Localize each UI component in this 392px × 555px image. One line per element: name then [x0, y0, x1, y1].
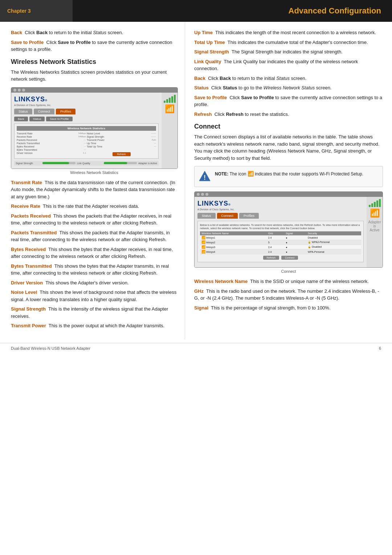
mockup-back-btn[interactable]: Back	[14, 117, 28, 121]
page-footer: Dual-Band Wireless-N USB Network Adapter…	[0, 343, 392, 353]
wireless-network-name-desc: Wireless Network Name This is the SSID o…	[194, 278, 383, 285]
signal-bar-4	[376, 200, 378, 207]
ghz-cell: 2.4	[267, 250, 285, 254]
signal-bar-4	[171, 96, 173, 103]
caution-icon: !	[198, 170, 211, 183]
mockup-refresh-btn[interactable]: Refresh	[113, 152, 131, 156]
titlebar-dot	[13, 89, 16, 92]
receive-rate-desc: Receive Rate This is the rate that the A…	[11, 203, 177, 210]
mockup-right-widget: 📶	[162, 93, 177, 169]
connect-connect-btn[interactable]: Connect	[281, 256, 298, 260]
mockup-titlebar	[11, 88, 177, 93]
connect-tab-profiles[interactable]: Profiles	[239, 213, 259, 219]
table-row[interactable]: 📶 linksys2 5 ● 🔒 WPA2-Personal	[200, 240, 361, 245]
chapter-text: Chapter 3	[7, 8, 31, 14]
signal-bar-2	[166, 99, 168, 103]
table-row[interactable]: 📶 linksys4 2.4 ● WPA-Personal	[200, 250, 361, 254]
signal-bar-1	[369, 205, 371, 207]
mockup-body: LINKSYS® A Division of Cisco Systems, In…	[11, 93, 162, 169]
security-cell: Disabled	[306, 235, 361, 240]
connect-bluetooth-icon: 📶	[370, 208, 380, 218]
mockup-buttons: Back Status Save to Profile	[14, 117, 159, 121]
connect-heading: Connect	[194, 123, 383, 130]
right-back-desc: Back Click Back to return to the initial…	[194, 75, 383, 82]
titlebar-dot	[197, 193, 200, 196]
mockup-stats-grid: Transmit Rate54Mbps Receive Rate54Mbps P…	[17, 132, 156, 156]
chapter-label: Chapter 3	[0, 0, 73, 22]
signal-desc: Signal This is the percentage of signal …	[194, 304, 383, 312]
signal-bar-5	[174, 95, 176, 103]
svg-text:!: !	[204, 174, 206, 181]
security-cell: 🔒 Disabled	[306, 245, 361, 250]
table-header-row: Wireless Network Name GHz Signal Securit…	[200, 231, 361, 235]
stat-row: Driver Version1.1	[17, 152, 86, 154]
bytes-received-desc: Bytes Received This shows the bytes that…	[11, 246, 177, 260]
footer-product-name: Dual-Band Wireless-N USB Network Adapter	[11, 346, 90, 351]
mockup-tabs: Status Connect Profiles	[14, 109, 159, 114]
stat-row: Receive Rate54Mbps	[17, 135, 86, 138]
connect-mockup-titlebar	[195, 192, 383, 197]
signal-bars-widget	[164, 94, 176, 103]
signal-cell: ●	[284, 240, 306, 245]
transmit-power-desc: Transmit Power This is the power output …	[11, 322, 177, 329]
mockup-tab-status[interactable]: Status	[14, 109, 32, 114]
packets-received-desc: Packets Received This shows the packets …	[11, 212, 177, 227]
titlebar-dot	[201, 193, 204, 196]
mockup-save-btn[interactable]: Save to Profile	[46, 117, 72, 121]
main-content: Back Click Back to return to the initial…	[0, 22, 392, 339]
transmit-rate-desc: Transmit Rate This is the data transmiss…	[11, 179, 177, 200]
signal-cell: ●	[284, 235, 306, 240]
wireless-stats-caption: Wireless Network Statistics	[11, 170, 177, 175]
save-to-profile-desc: Save to Profile Click Save to Profile to…	[11, 39, 177, 53]
mockup-inner-title: Wireless Network Statistics	[17, 126, 156, 131]
signal-cell: ●	[284, 250, 306, 254]
mockup-bottom-bar: Signal Strength Link Quality Adapter is …	[14, 161, 159, 166]
security-cell: WPA-Personal	[306, 250, 361, 254]
stat-row: Transmit Rate54Mbps	[17, 132, 86, 135]
stat-row: Packets Transmitted---	[17, 142, 86, 145]
page-header: Chapter 3 Advanced Configuration	[0, 0, 392, 22]
link-quality-bar	[104, 162, 137, 164]
connect-refresh-btn[interactable]: Refresh	[263, 256, 279, 260]
signal-bar-3	[169, 98, 171, 103]
mockup-tab-connect[interactable]: Connect	[34, 109, 55, 114]
connect-tab-status[interactable]: Status	[197, 213, 216, 219]
connect-intro-text: The Connect screen displays a list of av…	[194, 133, 383, 162]
stat-row: Bytes Received---	[17, 145, 86, 148]
signal-bar-1	[164, 101, 166, 103]
signal-strength-label: Signal Strength	[16, 162, 41, 165]
col-security: Security	[306, 231, 361, 235]
link-quality-fill	[104, 162, 127, 164]
network-name-cell: 📶 linksys4	[200, 250, 267, 254]
connect-mockup: LINKSYS® A Division of Cisco Systems, In…	[194, 191, 383, 268]
signal-strength-fill	[42, 162, 69, 164]
save-term: Save to Profile	[11, 40, 44, 45]
table-row[interactable]: 📶 linksys3 2.4 ● 🔒 Disabled	[200, 245, 361, 250]
mockup-status-btn[interactable]: Status	[29, 117, 45, 121]
connect-tab-connect[interactable]: Connect	[217, 213, 238, 219]
noise-level-desc: Noise Level This shows the level of back…	[11, 289, 177, 303]
note-icon: !	[198, 170, 211, 183]
table-row[interactable]: 📶 linksys1 2.4 ● Disabled	[200, 235, 361, 240]
network-name-cell: 📶 linksys1	[200, 235, 267, 240]
back-desc: Back Click Back to return to the initial…	[11, 29, 177, 36]
link-quality-label: Link Quality	[77, 162, 102, 165]
stat-row: Bytes Transmitted---	[17, 149, 86, 151]
connect-mockup-tabs: Status Connect Profiles	[197, 213, 364, 219]
note-text: NOTE: The icon 📶 indicates that the rout…	[215, 170, 363, 183]
signal-strength-desc: Signal Strength This is the intensity of…	[11, 305, 177, 320]
networks-table: Wireless Network Name GHz Signal Securit…	[200, 231, 361, 254]
connect-mockup-inner: Below is a list of available wireless ne…	[197, 221, 364, 262]
connect-bottom-buttons: Refresh Connect	[200, 256, 361, 260]
stats-col-right: Noise Level------- Signal Strength------…	[87, 132, 156, 156]
ghz-cell: 2.4	[267, 245, 285, 250]
connect-right-widget: 📶 Adapter is Active	[367, 197, 383, 267]
mockup-tab-profiles[interactable]: Profiles	[56, 109, 75, 114]
stat-row: Transmit PowerAuto	[87, 139, 156, 141]
signal-strength-bar	[42, 162, 75, 164]
footer-page-number: 6	[379, 346, 381, 351]
adapter-status-label: Adapter is Active	[138, 162, 157, 165]
linksys-sub: A Division of Cisco Systems, Inc.	[14, 104, 159, 106]
uptime-desc: Up Time This indicates the length of the…	[194, 29, 383, 36]
ghz-desc: GHz This is the radio band used on the n…	[194, 288, 383, 302]
